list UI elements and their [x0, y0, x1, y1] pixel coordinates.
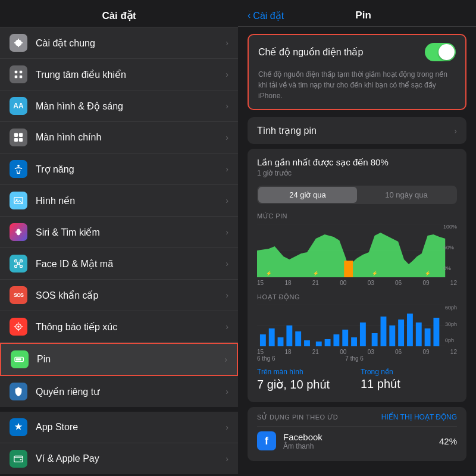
battery-status-label: Tình trạng pin — [257, 125, 317, 136]
tab-24h[interactable]: 24 giờ qua — [258, 187, 357, 203]
svg-rect-5 — [14, 133, 18, 137]
facebook-status: Âm thanh — [283, 442, 439, 450]
battery-label: Pin — [37, 354, 224, 365]
battery-x-03: 03 — [368, 280, 374, 286]
svg-rect-46 — [286, 325, 292, 346]
right-panel: ‹ Cài đặt Pin Chế độ nguồn điện thấp Chế… — [238, 0, 476, 476]
siri-icon — [10, 223, 27, 241]
svg-point-20 — [17, 325, 20, 328]
privacy-chevron: › — [226, 387, 228, 396]
screen-time-section: Trên màn hình 7 giờ, 10 phút Trong nền 1… — [257, 368, 457, 392]
svg-rect-8 — [19, 138, 23, 142]
svg-rect-6 — [19, 133, 23, 137]
settings-item-exposure[interactable]: Thông báo tiếp xúc › — [0, 311, 238, 343]
appstore-chevron: › — [226, 422, 228, 432]
screen-on-item: Trên màn hình 7 giờ, 10 phút — [257, 368, 353, 392]
svg-rect-48 — [304, 340, 310, 346]
low-power-section: Chế độ nguồn điện thấp Chế độ nguồn điện… — [248, 34, 466, 110]
svg-rect-56 — [381, 317, 387, 346]
wallet-chevron: › — [226, 454, 228, 464]
battery-x-12: 12 — [450, 280, 457, 286]
homescreen-chevron: › — [226, 133, 228, 142]
facebook-percent: 42% — [439, 436, 457, 446]
left-title: Cài đặt — [102, 10, 136, 21]
wallpaper-chevron: › — [226, 196, 228, 205]
right-header: ‹ Cài đặt Pin — [238, 0, 476, 27]
svg-rect-61 — [425, 328, 431, 346]
svg-rect-35 — [344, 261, 353, 277]
svg-rect-52 — [342, 330, 348, 346]
settings-item-battery[interactable]: Pin › — [0, 343, 238, 376]
facebook-name: Facebook — [283, 432, 439, 442]
settings-item-wallet[interactable]: Ví & Apple Pay › — [0, 443, 238, 474]
settings-item-accessibility[interactable]: Trợ năng › — [0, 154, 238, 185]
svg-text:⚡: ⚡ — [372, 270, 378, 276]
back-label: Cài đặt — [253, 10, 284, 21]
svg-rect-60 — [416, 322, 422, 346]
svg-rect-15 — [20, 260, 23, 262]
svg-point-9 — [17, 165, 20, 167]
general-label: Cài đặt chung — [36, 37, 226, 49]
svg-rect-7 — [14, 138, 18, 142]
svg-rect-57 — [389, 325, 395, 346]
screen-on-context: Trên màn hình — [257, 368, 353, 376]
low-power-toggle[interactable] — [425, 43, 456, 61]
left-header: Cài đặt — [0, 0, 238, 27]
appstore-icon — [10, 418, 27, 436]
battery-status-row[interactable]: Tình trạng pin › — [248, 117, 466, 144]
battery-x-labels: 15 18 21 00 03 06 09 12 — [257, 280, 457, 286]
svg-text:⚡: ⚡ — [266, 270, 272, 276]
act-x-15: 15 — [257, 349, 264, 355]
act-x-00: 00 — [340, 349, 346, 355]
exposure-chevron: › — [226, 322, 228, 331]
back-chevron-icon: ‹ — [248, 10, 250, 21]
settings-item-appstore[interactable]: App Store › — [0, 412, 238, 443]
settings-item-control[interactable]: Trung tâm điều khiển › — [0, 59, 238, 90]
settings-item-homescreen[interactable]: Màn hình chính › — [0, 122, 238, 154]
settings-item-faceid[interactable]: Face ID & Mật mã › — [0, 248, 238, 280]
general-chevron: › — [226, 38, 228, 48]
low-power-label: Chế độ nguồn điện thấp — [258, 46, 425, 58]
last-charged-label: Lần gần nhất được sạc đến 80% — [257, 157, 457, 168]
appstore-label: App Store — [36, 422, 226, 433]
settings-group-2: App Store › Ví & Apple Pay › — [0, 412, 238, 474]
siri-label: Siri & Tim kiếm — [36, 227, 226, 238]
wallet-label: Ví & Apple Pay — [36, 453, 226, 464]
act-x-18: 18 — [284, 349, 291, 355]
usage-header-label: SỬ DỤNG PIN THEO ỨD — [257, 414, 338, 421]
act-x-21: 21 — [312, 349, 319, 355]
svg-text:⚡: ⚡ — [425, 270, 431, 276]
svg-rect-28 — [20, 459, 22, 460]
settings-item-siri[interactable]: Siri & Tim kiếm › — [0, 217, 238, 248]
svg-rect-49 — [316, 342, 322, 346]
right-title: Pin — [284, 10, 443, 21]
screen-off-value: 11 phút — [361, 377, 457, 391]
tab-10d[interactable]: 10 ngày qua — [357, 187, 456, 203]
right-content: Chế độ nguồn điện thấp Chế độ nguồn điện… — [238, 27, 476, 476]
settings-item-privacy[interactable]: Quyền riêng tư › — [0, 376, 238, 407]
svg-rect-50 — [325, 339, 331, 346]
usage-action-btn[interactable]: HIỂN THỊ HOẠT ĐỘNG — [381, 413, 457, 421]
settings-item-display[interactable]: AA Màn hình & Độ sáng › — [0, 90, 238, 122]
usage-item-facebook[interactable]: f Facebook Âm thanh 42% — [257, 426, 457, 455]
battery-chart: ⚡ ⚡ ⚡ ⚡ 100% 50% 0% — [257, 224, 457, 277]
faceid-label: Face ID & Mật mã — [36, 258, 226, 270]
svg-rect-2 — [20, 71, 23, 74]
svg-rect-27 — [14, 456, 23, 462]
svg-rect-3 — [15, 76, 18, 79]
settings-item-general[interactable]: Cài đặt chung › — [0, 27, 238, 59]
back-button[interactable]: ‹ Cài đặt — [248, 10, 284, 21]
control-chevron: › — [226, 70, 228, 79]
battery-chevron: › — [224, 355, 227, 364]
sos-icon: SOS — [10, 286, 27, 304]
facebook-info: Facebook Âm thanh — [283, 432, 439, 450]
accessibility-chevron: › — [226, 164, 228, 174]
svg-rect-14 — [15, 260, 17, 262]
settings-item-wallpaper[interactable]: Hình nền › — [0, 185, 238, 217]
date-1: 6 thg 6 — [257, 355, 275, 362]
battery-x-18: 18 — [284, 280, 291, 286]
privacy-label: Quyền riêng tư — [36, 386, 226, 397]
settings-item-sos[interactable]: SOS SOS khẩn cấp › — [0, 280, 238, 311]
svg-rect-54 — [360, 322, 366, 346]
accessibility-icon — [10, 160, 27, 178]
